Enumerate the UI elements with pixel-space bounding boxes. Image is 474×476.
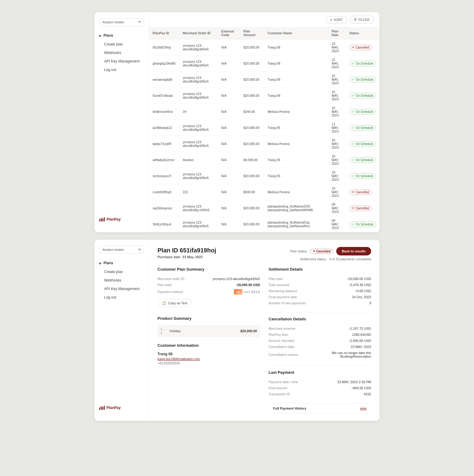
- table-row[interactable]: wosaevqgfq8lyrcmpny-123-abcsdha9gck65e5N…: [149, 72, 380, 88]
- merchant-order-id-label: Merchant order ID: [157, 277, 185, 281]
- check-icon: ✓: [352, 78, 354, 81]
- lp-amount-row: Paid amount ↑869.56 USD: [269, 385, 371, 391]
- nav-plans-header[interactable]: ▶ Plans: [99, 31, 144, 40]
- table-cell: $20,000.00: [240, 120, 264, 136]
- c-planpay-fees-value: 1280.64USD: [352, 333, 371, 336]
- s-total-received-label: Total received: [269, 283, 289, 287]
- purchase-date: Purchase date 23 May, 2023: [157, 255, 216, 259]
- divider-1: [269, 312, 371, 312]
- table-row[interactable]: nm5miuxyv7lyrcmpny-123-abcsdha9gck65e5N/…: [149, 168, 380, 184]
- nav-plans-header-2[interactable]: ▶ Plans: [99, 258, 144, 268]
- sidebar-item-create-plan[interactable]: Create plan: [99, 40, 144, 49]
- lp-datetime-value: 23 MAY, 2023 2:30 PM: [337, 380, 371, 384]
- filter-button[interactable]: ⚙ FILTER: [350, 16, 374, 23]
- sidebar-item-logout[interactable]: Log out: [99, 66, 144, 74]
- col-plan-amount: Plan Amount: [240, 27, 264, 39]
- check-icon: ✓: [352, 62, 354, 65]
- sidebar-item-webhooks[interactable]: Webhooks: [99, 49, 144, 57]
- logo-bar-3: [102, 218, 103, 221]
- sort-button[interactable]: ≡ SORT: [326, 16, 347, 23]
- c-cancellation-date-value: 23 MAY, 2023: [351, 345, 371, 349]
- lp-transaction-row: Transaction ID 4332: [269, 391, 371, 397]
- lp-transaction-label: Transaction ID: [269, 392, 290, 396]
- table-row[interactable]: ad9wkp0y2zmcAssilemN/A$4,000.00Trang 061…: [149, 152, 380, 168]
- table-row[interactable]: ccwh038fhp6222N/A$500.00Melissa Pereira1…: [149, 184, 380, 200]
- check-icon: ✓: [352, 158, 354, 161]
- plan-total-label: Plan total: [157, 283, 171, 287]
- product-name: Holiday: [167, 325, 207, 337]
- view-link[interactable]: view: [360, 407, 367, 410]
- status-badge: ✓ On Schedule: [349, 141, 376, 147]
- table-cell: N/A: [218, 104, 240, 120]
- sidebar-item-api-key[interactable]: API Key Management: [99, 57, 144, 66]
- table-row[interactable]: ianfil0wepk22yrcmpny-123-abcsdha9gck65e5…: [149, 120, 380, 136]
- lp-amount-value: ↑869.56 USD: [351, 386, 371, 390]
- detail-header: Plan ID 651ifa919hoj Purchase date 23 Ma…: [157, 247, 371, 261]
- x-icon: ✕: [352, 46, 354, 49]
- merchant-order-id-value: yrcmpny-123-abcsdha9gck65e5: [212, 277, 260, 281]
- check-icon: ✓: [352, 223, 354, 226]
- table-cell: xqz50ergvxsz: [149, 200, 179, 216]
- merchant-selector[interactable]: Asslem Hotels: [94, 18, 149, 31]
- planpay-logo-bars: [99, 217, 105, 221]
- table-cell: Melissa Pereira: [264, 104, 328, 120]
- plan-total-value: ↑20,000.00 USD: [235, 283, 260, 287]
- check-icon: ✓: [352, 142, 354, 145]
- plan-status-label: Plan status:: [290, 249, 307, 253]
- table-cell: 23 MAY, 2023: [328, 39, 346, 56]
- header-right: Plan status: ✕ Cancelled Back to results…: [290, 247, 371, 261]
- list-panel: Asslem Hotels ▶ Plans Create plan Webhoo…: [94, 12, 380, 232]
- table-cell: N/A: [218, 152, 240, 168]
- merchant-selector-2[interactable]: Asslem Hotels: [94, 246, 149, 258]
- status-cell: ✓ On Schedule: [346, 104, 380, 120]
- table-cell: $20,000.00: [240, 136, 264, 152]
- sidebar-item-api-key-2[interactable]: API Key Management: [99, 285, 144, 293]
- sidebar-item-logout-2[interactable]: Log out: [99, 293, 144, 302]
- table-cell: 15 MAY, 2023: [328, 72, 346, 88]
- table-row[interactable]: ghavg0g19hd86yrcmpny-123-abcsdha9gck65e5…: [149, 56, 380, 72]
- copy-button-label: Copy as Text: [168, 301, 187, 305]
- table-cell: yrcmpny-123-abcsdha9gck65e5: [179, 88, 218, 104]
- merchant-select[interactable]: Asslem Hotels: [99, 18, 144, 26]
- s-total-received-value: ↑3,478.36 USD: [348, 283, 371, 287]
- status-badge: ✓ On Schedule: [349, 173, 376, 179]
- sidebar-nav: ▶ Plans Create plan Webhooks API Key Man…: [94, 31, 149, 212]
- table-cell: N/A: [218, 200, 240, 216]
- status-badge: ✕ Cancelled: [349, 205, 372, 211]
- table-row[interactable]: 5urw07cfdoadyrcmpny-123-abcsdha9gck65e5N…: [149, 88, 380, 104]
- table-cell: N/A: [218, 88, 240, 104]
- table-cell: Trang 06: [264, 152, 328, 168]
- sidebar-item-create-plan-2[interactable]: Create plan: [99, 268, 144, 276]
- sidebar-item-webhooks-2[interactable]: Webhooks: [99, 276, 144, 285]
- logo-text-2: PlanPay: [107, 406, 121, 410]
- settlement-status-label: Settlement status:: [300, 257, 327, 261]
- chevron-right-icon-2: ▶: [99, 262, 102, 265]
- table-row[interactable]: hb4jmvis44mx34N/A$344.00Melissa Pereira1…: [149, 104, 380, 120]
- table-cell: $20,000.00: [240, 216, 264, 232]
- product-table: 1 x Holiday $20,000.00: [157, 325, 260, 337]
- back-to-results-button[interactable]: Back to results: [336, 247, 371, 255]
- s-total-received-row: Total received ↑3,478.36 USD: [269, 282, 371, 288]
- status-badge: ✕ Cancelled: [349, 189, 372, 195]
- table-row[interactable]: 3h8zy18lcju4yrcmpny-123-abcsdha9gck65e5N…: [149, 216, 380, 232]
- col-external-code: External Code: [218, 27, 240, 39]
- status-cell: ✓ On Schedule: [346, 152, 380, 168]
- payment-card: MC •••• 8210: [234, 289, 260, 295]
- sidebar: Asslem Hotels ▶ Plans Create plan Webhoo…: [94, 12, 149, 232]
- status-cell: ✕ Cancelled: [346, 200, 380, 216]
- table-row[interactable]: 651ifa919hojyrcmpny-123-abcsdha9gck65e5N…: [149, 39, 380, 56]
- table-row[interactable]: xqz50ergvxszyrcmpny-123-abcsdha9g ck65e5…: [149, 200, 380, 216]
- table-cell: 3h8zy18lcju4: [149, 216, 179, 232]
- status-cell: ✓ On Schedule: [346, 56, 380, 72]
- table-cell: yrcmpny-123-abcsdha9gck65e5: [179, 72, 218, 88]
- merchant-select-2[interactable]: Asslem Hotels: [99, 246, 144, 254]
- product-summary-title: Product Summary: [157, 316, 260, 321]
- copy-as-text-button[interactable]: 📋 Copy as Text: [157, 299, 192, 307]
- planpay-logo-bars-2: [99, 406, 105, 410]
- card-icon: MC: [234, 289, 242, 295]
- lp-transaction-value: 4332: [364, 392, 371, 396]
- table-row[interactable]: lqkdp73vvj99yrcmpny-123-abcsdha9gck65e5N…: [149, 136, 380, 152]
- table-cell: 22 MAY, 2023: [328, 56, 346, 72]
- settlement-status-value: 4 of 23 payments completed: [329, 257, 371, 261]
- lp-datetime-row: Payment date / time 23 MAY, 2023 2:30 PM: [269, 379, 371, 385]
